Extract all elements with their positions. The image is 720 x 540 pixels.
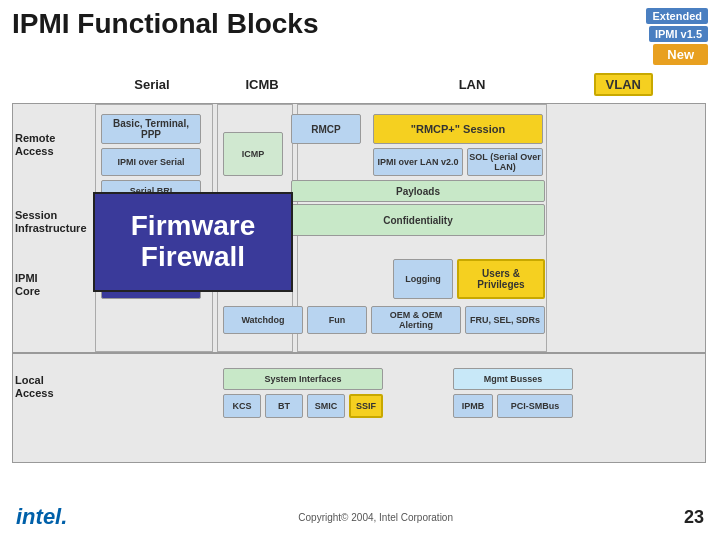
main-content: Serial ICMB LAN VLAN RemoteAccess Basic,… bbox=[0, 69, 720, 463]
page-number: 23 bbox=[684, 507, 704, 528]
pci-smbus-block: PCI-SMBus bbox=[497, 394, 573, 418]
confidentiality-block: Confidentiality bbox=[291, 204, 545, 236]
intel-logo: intel. bbox=[16, 504, 67, 530]
watchdog-block: Watchdog bbox=[223, 306, 303, 334]
functional-blocks-grid: RemoteAccess Basic, Terminal, PPP RMCP "… bbox=[12, 103, 706, 463]
copyright-text: Copyright© 2004, Intel Corporation bbox=[298, 512, 453, 523]
users-privileges-block: Users & Privileges bbox=[457, 259, 545, 299]
fru-sdr-block: FRU, SEL, SDRs bbox=[465, 306, 545, 334]
ipmi-core-label: IPMICore bbox=[15, 272, 40, 298]
col-header-lan: LAN bbox=[442, 77, 502, 92]
session-infrastructure-label: SessionInfrastructure bbox=[15, 209, 87, 235]
bt-block: BT bbox=[265, 394, 303, 418]
col-header-icmb: ICMB bbox=[232, 77, 292, 92]
logging-block: Logging bbox=[393, 259, 453, 299]
fun-block: Fun bbox=[307, 306, 367, 334]
new-badge: New bbox=[653, 44, 708, 65]
sol-block: SOL (Serial Over LAN) bbox=[467, 148, 543, 176]
extended-label: Extended bbox=[646, 8, 708, 24]
basic-block: Basic, Terminal, PPP bbox=[101, 114, 201, 144]
ipmi-version: IPMI v1.5 bbox=[649, 26, 708, 42]
footer: intel. Copyright© 2004, Intel Corporatio… bbox=[0, 504, 720, 530]
ssif-block: SSIF bbox=[349, 394, 383, 418]
system-interfaces-block: System Interfaces bbox=[223, 368, 383, 390]
extended-info: Extended IPMI v1.5 New bbox=[646, 8, 708, 65]
ipmi-over-lan-block: IPMI over LAN v2.0 bbox=[373, 148, 463, 176]
horizontal-divider bbox=[13, 352, 705, 354]
header: IPMI Functional Blocks Extended IPMI v1.… bbox=[0, 0, 720, 69]
payloads-block: Payloads bbox=[291, 180, 545, 202]
mgmt-busses-block: Mgmt Busses bbox=[453, 368, 573, 390]
kcs-block: KCS bbox=[223, 394, 261, 418]
column-headers: Serial ICMB LAN VLAN bbox=[12, 69, 708, 99]
col-header-serial: Serial bbox=[112, 77, 192, 92]
rmcp-block: RMCP bbox=[291, 114, 361, 144]
smic-block: SMIC bbox=[307, 394, 345, 418]
rmcp-plus-block: "RMCP+" Session bbox=[373, 114, 543, 144]
local-access-label: LocalAccess bbox=[15, 374, 54, 400]
oem-alerting-block: OEM & OEM Alerting bbox=[371, 306, 461, 334]
remote-access-label: RemoteAccess bbox=[15, 132, 55, 158]
ipmb-block: IPMB bbox=[453, 394, 493, 418]
ipmi-over-serial-block: IPMI over Serial bbox=[101, 148, 201, 176]
page-title: IPMI Functional Blocks bbox=[12, 8, 318, 40]
col-header-vlan: VLAN bbox=[594, 73, 653, 96]
firmware-firewall-big-block: Firmware Firewall bbox=[93, 192, 293, 292]
icmp-block: ICMP bbox=[223, 132, 283, 176]
